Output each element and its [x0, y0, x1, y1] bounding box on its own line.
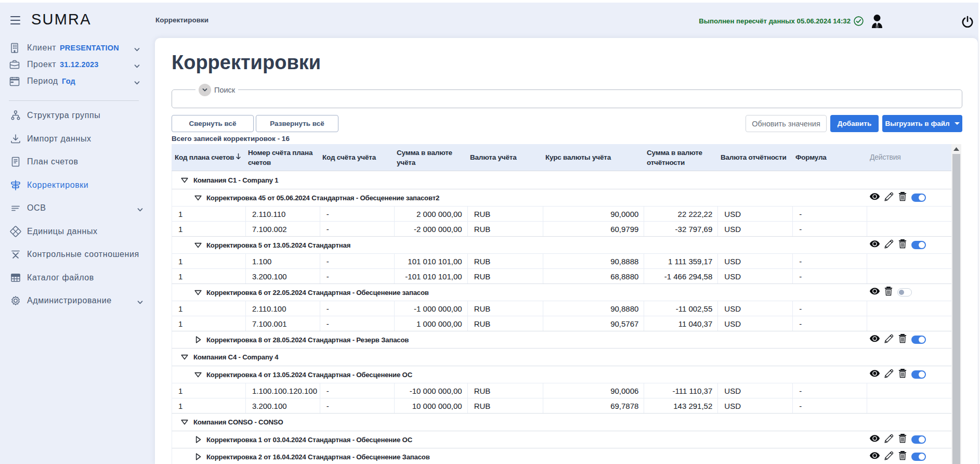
table-cell: 1 111 359,17: [644, 254, 717, 268]
trash-icon[interactable]: [898, 239, 907, 251]
triangle-right-icon[interactable]: [194, 336, 202, 344]
eye-icon[interactable]: [870, 240, 880, 250]
sidebar-item[interactable]: Структура группы: [0, 104, 154, 127]
enabled-toggle[interactable]: [911, 194, 926, 202]
table-cell: 68,8880: [543, 269, 644, 283]
column-header[interactable]: Код счёта учёта: [319, 144, 394, 171]
triangle-right-icon[interactable]: [194, 453, 202, 461]
eye-icon[interactable]: [870, 335, 880, 344]
table-cell: -: [792, 398, 867, 413]
table-cell: -: [792, 301, 867, 316]
sidebar-item[interactable]: План счетов: [0, 150, 154, 174]
eye-icon[interactable]: [870, 193, 880, 202]
adjustment-group-row[interactable]: Корректировка 8 от 28.05.2024 Стандартна…: [172, 331, 951, 348]
triangle-down-icon[interactable]: [180, 419, 189, 425]
sidebar-item[interactable]: Администрирование: [0, 289, 154, 313]
refresh-values-button[interactable]: Обновить значения: [746, 115, 827, 132]
export-to-file-button[interactable]: Выгрузить в файл: [882, 115, 962, 132]
column-header[interactable]: Номер счёта плана счетов: [245, 144, 319, 171]
sidebar-item[interactable]: Каталог файлов: [0, 266, 154, 290]
eye-icon[interactable]: [870, 370, 880, 379]
diamond-icon: [10, 226, 21, 237]
adjustment-group-row[interactable]: Корректировка 45 от 05.06.2024 Стандартн…: [172, 189, 951, 206]
company-group-row[interactable]: Компания C1 - Company 1: [172, 171, 951, 189]
context-project[interactable]: Проект31.12.2023: [0, 56, 154, 73]
eye-icon[interactable]: [870, 435, 880, 444]
enabled-toggle[interactable]: [897, 288, 912, 297]
company-group-row[interactable]: Компания CONSO - CONSO: [172, 413, 951, 431]
adjustment-group-row[interactable]: Корректировка 1 от 03.04.2024 Стандартна…: [172, 431, 951, 448]
table-cell: -32 797,69: [644, 222, 717, 236]
pencil-icon[interactable]: [884, 239, 894, 251]
enabled-toggle[interactable]: [911, 435, 926, 444]
table-cell: 60,9799: [543, 222, 644, 236]
pencil-icon[interactable]: [884, 451, 894, 462]
triangle-right-icon[interactable]: [194, 435, 202, 444]
column-header[interactable]: Валюта отчётности: [717, 144, 792, 171]
adjustment-group-row[interactable]: Корректировка 4 от 13.05.2024 Стандартна…: [172, 366, 951, 383]
hamburger-menu-icon[interactable]: [10, 15, 20, 25]
pencil-icon[interactable]: [884, 434, 894, 445]
hamburger-bar: [10, 16, 20, 17]
triangle-down-icon[interactable]: [194, 242, 202, 248]
table-cell: 2.110.110: [245, 207, 320, 221]
pencil-icon[interactable]: [884, 334, 894, 345]
table-cell: 143 291,52: [644, 398, 717, 413]
add-button[interactable]: Добавить: [830, 115, 879, 132]
collapse-all-button[interactable]: Свернуть всё: [172, 115, 254, 132]
trash-icon[interactable]: [898, 334, 907, 345]
eye-icon[interactable]: [870, 452, 880, 461]
scrollbar-thumb[interactable]: [952, 154, 960, 464]
pencil-icon[interactable]: [884, 369, 894, 380]
context-client[interactable]: КлиентPRESENTATION: [0, 40, 154, 56]
export-button-label: Выгрузить в файл: [885, 120, 949, 127]
adjustment-group-row[interactable]: Корректировка 6 от 22.05.2024 Стандартна…: [172, 283, 951, 301]
adjustment-group-row[interactable]: Корректировка 5 от 13.05.2024 Стандартна…: [172, 236, 951, 253]
enabled-toggle[interactable]: [911, 370, 926, 379]
enabled-toggle[interactable]: [911, 241, 926, 249]
triangle-down-icon[interactable]: [180, 177, 189, 183]
column-header[interactable]: Сумма в валюте учёта: [394, 144, 467, 171]
adjustments-table: Код плана счетовНомер счёта плана счетов…: [172, 144, 951, 464]
sidebar-item-label: Единицы данных: [27, 227, 98, 236]
enabled-toggle[interactable]: [911, 453, 926, 461]
table-cell: 1: [172, 383, 245, 398]
triangle-down-icon[interactable]: [194, 290, 202, 295]
trash-icon[interactable]: [898, 451, 907, 462]
adjustment-group-row[interactable]: Корректировка 2 от 16.04.2024 Стандартна…: [172, 448, 951, 464]
trash-icon[interactable]: [898, 369, 907, 380]
user-icon[interactable]: [871, 15, 883, 29]
table-cell: RUB: [467, 222, 543, 236]
table-cell: -: [320, 254, 394, 268]
sidebar-item[interactable]: Контрольные соотношения: [0, 243, 154, 266]
expand-all-button[interactable]: Развернуть всё: [256, 115, 338, 132]
sidebar-item[interactable]: Корректировки: [0, 174, 154, 197]
search-collapse-icon[interactable]: [199, 84, 211, 96]
power-icon[interactable]: [961, 15, 974, 29]
triangle-down-icon[interactable]: [194, 195, 202, 201]
sidebar-item[interactable]: Единицы данных: [0, 220, 154, 243]
sidebar-item[interactable]: Импорт данных: [0, 127, 154, 151]
table-scrollbar[interactable]: [951, 144, 961, 464]
sidebar-item[interactable]: ОСВ: [0, 197, 154, 220]
triangle-down-icon[interactable]: [194, 372, 202, 378]
search-input[interactable]: Поиск: [172, 89, 962, 108]
trash-icon[interactable]: [884, 287, 893, 298]
column-header[interactable]: Действия: [867, 144, 951, 171]
column-header[interactable]: Код плана счетов: [172, 144, 245, 171]
pencil-icon[interactable]: [884, 192, 894, 203]
context-period[interactable]: ПериодГод: [0, 73, 154, 89]
column-header[interactable]: Курс валюты учёта: [542, 144, 644, 171]
table-row: 12.110.110-2 000 000,00RUB90,000022 222,…: [172, 206, 951, 221]
eye-icon[interactable]: [870, 288, 880, 297]
triangle-down-icon[interactable]: [180, 354, 189, 360]
trash-icon[interactable]: [898, 192, 907, 203]
table-cell: 1: [172, 207, 245, 221]
scrollbar-up-arrow[interactable]: [951, 144, 961, 154]
company-group-row[interactable]: Компания C4 - Company 4: [172, 348, 951, 366]
column-header[interactable]: Валюта учёта: [467, 144, 542, 171]
column-header[interactable]: Формула: [792, 144, 867, 171]
column-header[interactable]: Сумма в валюте отчётности: [644, 144, 717, 171]
trash-icon[interactable]: [898, 434, 907, 445]
enabled-toggle[interactable]: [911, 336, 926, 344]
